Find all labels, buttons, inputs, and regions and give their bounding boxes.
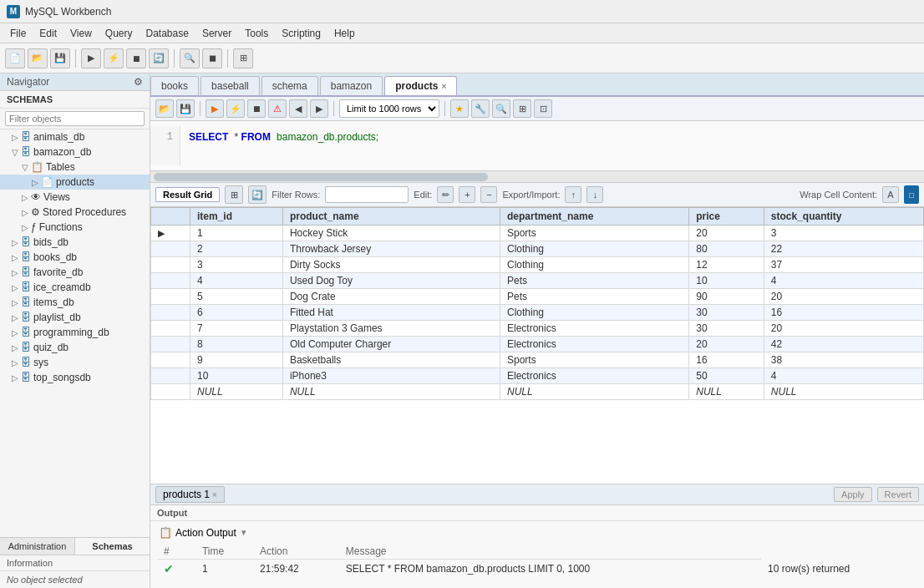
schema-item-ice_creamdb[interactable]: ▷ 🗄 ice_creamdb xyxy=(0,280,150,295)
toolbar-search[interactable]: 🔍 xyxy=(180,48,200,68)
horizontal-scrollbar[interactable] xyxy=(150,171,924,183)
table-row[interactable]: 8 Old Computer Charger Electronics 20 42 xyxy=(151,337,924,352)
bottom-tab-products1[interactable]: products 1 × xyxy=(155,486,225,503)
result-grid-tab[interactable]: Result Grid xyxy=(155,187,220,202)
table-row[interactable]: 4 Used Dog Toy Pets 10 4 xyxy=(151,273,924,289)
edit-minus[interactable]: − xyxy=(480,186,497,203)
toolbar-stop[interactable]: ⏹ xyxy=(126,48,146,68)
schema-item-favorite_db[interactable]: ▷ 🗄 favorite_db xyxy=(0,265,150,280)
schema-item-stored-procedures[interactable]: ▷ ⚙ Stored Procedures xyxy=(0,205,150,220)
menu-tools[interactable]: Tools xyxy=(238,26,275,41)
import-btn[interactable]: ↓ xyxy=(586,186,603,203)
export-btn[interactable]: ↑ xyxy=(565,186,581,203)
bottom-tab-close[interactable]: × xyxy=(212,490,217,499)
schema-item-playlist_db[interactable]: ▷ 🗄 playlist_db xyxy=(0,310,150,325)
qt-columns[interactable]: ⊞ xyxy=(513,99,531,118)
qt-back[interactable]: ◀ xyxy=(289,99,307,118)
navigator-settings-icon[interactable]: ⚙ xyxy=(134,76,143,88)
schema-item-sys[interactable]: ▷ 🗄 sys xyxy=(0,355,150,370)
qt-save[interactable]: 💾 xyxy=(176,99,195,118)
schema-item-products[interactable]: ▷ 📄 products xyxy=(0,175,150,190)
apply-button[interactable]: Apply xyxy=(834,487,872,502)
tab-schema[interactable]: schema xyxy=(261,76,318,95)
menu-file[interactable]: File xyxy=(3,26,33,41)
toolbar-run-explain[interactable]: ⚡ xyxy=(104,48,124,68)
null-cell: NULL xyxy=(500,384,688,400)
sql-text-area[interactable]: SELECT * FROM bamazon_db.products; xyxy=(180,126,924,165)
sql-editor[interactable]: 1 SELECT * FROM bamazon_db.products; xyxy=(150,121,924,171)
limit-rows-select[interactable]: Limit to 1000 rows Don't Limit Limit to … xyxy=(339,99,439,118)
menu-query[interactable]: Query xyxy=(99,26,140,41)
result-grid-icon[interactable]: ⊞ xyxy=(225,185,243,204)
tab-products-close[interactable]: × xyxy=(441,82,446,91)
table-row[interactable]: ▶ 1 Hockey Stick Sports 20 3 xyxy=(151,226,924,241)
toolbar-schema[interactable]: ◼ xyxy=(202,48,222,68)
schema-item-bids_db[interactable]: ▷ 🗄 bids_db xyxy=(0,235,150,250)
qt-star[interactable]: ★ xyxy=(450,99,469,118)
schema-item-top_songsdb[interactable]: ▷ 🗄 top_songsdb xyxy=(0,370,150,385)
result-expand-btn[interactable]: □ xyxy=(904,185,919,204)
table-row[interactable]: 2 Throwback Jersey Clothing 80 22 xyxy=(151,241,924,257)
qt-wrench[interactable]: 🔧 xyxy=(471,99,490,118)
qt-forward[interactable]: ▶ xyxy=(310,99,328,118)
col-header-stock_quantity[interactable]: stock_quantity xyxy=(764,208,923,226)
menu-help[interactable]: Help xyxy=(327,26,362,41)
table-row[interactable]: 10 iPhone3 Electronics 50 4 xyxy=(151,368,924,384)
qt-run[interactable]: ▶ xyxy=(206,99,224,118)
toolbar-run[interactable]: ▶ xyxy=(81,48,101,68)
tab-books[interactable]: books xyxy=(150,76,199,95)
qt-zoom[interactable]: 🔍 xyxy=(492,99,510,118)
qt-stop[interactable]: ⏹ xyxy=(247,99,266,118)
action-output-dropdown[interactable]: 📋 Action Output ▼ xyxy=(159,526,248,539)
h-scroll-thumb[interactable] xyxy=(154,173,488,181)
menu-database[interactable]: Database xyxy=(140,26,195,41)
revert-button[interactable]: Revert xyxy=(877,487,919,502)
toolbar-transactions[interactable]: ⊞ xyxy=(233,48,253,68)
table-row[interactable]: 9 Basketballs Sports 16 38 xyxy=(151,352,924,368)
toolbar-separator-1 xyxy=(75,49,76,68)
schema-item-items_db[interactable]: ▷ 🗄 items_db xyxy=(0,295,150,310)
schema-item-books_db[interactable]: ▷ 🗄 books_db xyxy=(0,250,150,265)
qt-run-line[interactable]: ⚡ xyxy=(226,99,245,118)
data-grid[interactable]: item_id product_name department_name pri… xyxy=(150,207,924,484)
toolbar-save[interactable]: 💾 xyxy=(50,48,70,68)
schema-item-quiz_db[interactable]: ▷ 🗄 quiz_db xyxy=(0,340,150,355)
edit-pencil[interactable]: ✏ xyxy=(437,186,454,203)
tab-bamazon[interactable]: bamazon xyxy=(320,76,383,95)
col-header-item_id[interactable] xyxy=(151,208,190,226)
table-row[interactable]: 5 Dog Crate Pets 90 20 xyxy=(151,289,924,305)
toolbar-refresh[interactable]: 🔄 xyxy=(149,48,169,68)
schema-item-views[interactable]: ▷ 👁 Views xyxy=(0,190,150,205)
toolbar-open[interactable]: 📂 xyxy=(28,48,48,68)
table-row[interactable]: 3 Dirty Socks Clothing 12 37 xyxy=(151,257,924,273)
menu-server[interactable]: Server xyxy=(195,26,238,41)
menu-view[interactable]: View xyxy=(63,26,99,41)
col-header-price[interactable]: price xyxy=(689,208,764,226)
table-row[interactable]: 6 Fitted Hat Clothing 30 16 xyxy=(151,305,924,321)
toolbar-new-query[interactable]: 📄 xyxy=(5,48,25,68)
cell-price: 12 xyxy=(689,257,764,273)
filter-rows-input[interactable] xyxy=(325,186,409,203)
qt-open[interactable]: 📂 xyxy=(155,99,174,118)
col-header-department_name[interactable]: department_name xyxy=(500,208,688,226)
schema-item-tables[interactable]: ▽ 📋 Tables xyxy=(0,160,150,175)
schema-item-functions[interactable]: ▷ ƒ Functions xyxy=(0,220,150,235)
schema-item-programming_db[interactable]: ▷ 🗄 programming_db xyxy=(0,325,150,340)
filter-objects-input[interactable] xyxy=(5,111,145,126)
table-row[interactable]: 7 Playstation 3 Games Electronics 30 20 xyxy=(151,321,924,337)
edit-plus[interactable]: + xyxy=(459,186,475,203)
tab-products[interactable]: products × xyxy=(384,76,457,95)
schema-item-animals_db[interactable]: ▷ 🗄 animals_db xyxy=(0,129,150,144)
menu-edit[interactable]: Edit xyxy=(33,26,63,41)
qt-error[interactable]: ⚠ xyxy=(268,99,287,118)
col-header-item_id-val[interactable]: item_id xyxy=(190,208,282,226)
col-header-product_name[interactable]: product_name xyxy=(282,208,500,226)
schemas-tab[interactable]: Schemas xyxy=(75,538,150,555)
tab-baseball[interactable]: baseball xyxy=(201,76,260,95)
menu-scripting[interactable]: Scripting xyxy=(275,26,327,41)
result-filter-icon[interactable]: 🔄 xyxy=(248,185,267,204)
qt-more[interactable]: ⊡ xyxy=(534,99,552,118)
admin-tab[interactable]: Administration xyxy=(0,538,75,555)
wrap-cell-btn[interactable]: A xyxy=(882,186,899,203)
schema-item-bamazon_db[interactable]: ▽ 🗄 bamazon_db xyxy=(0,144,150,160)
